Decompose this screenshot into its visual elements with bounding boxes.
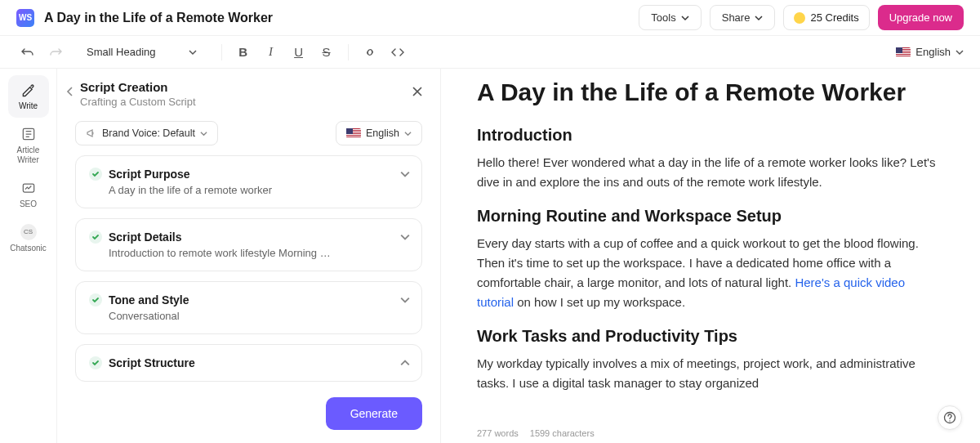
bold-icon: B <box>238 45 247 59</box>
rail-chatsonic[interactable]: CS Chatsonic <box>8 217 49 260</box>
card-script-structure[interactable]: Script Structure <box>75 344 422 382</box>
check-icon <box>89 168 102 181</box>
code-button[interactable] <box>386 41 409 64</box>
doc-h2-morning: Morning Routine and Workspace Setup <box>477 207 944 226</box>
card-title: Tone and Style <box>109 293 189 307</box>
redo-button[interactable] <box>44 41 67 64</box>
check-icon <box>89 293 102 307</box>
code-icon <box>391 46 404 59</box>
chevron-down-icon <box>400 232 410 242</box>
check-icon <box>89 356 102 369</box>
panel-title: Script Creation <box>80 80 421 94</box>
bold-button[interactable]: B <box>232 41 255 64</box>
doc-morning-text2: on how I set up my workspace. <box>514 295 685 309</box>
chatsonic-icon: CS <box>20 224 37 240</box>
italic-button[interactable]: I <box>260 41 283 64</box>
editor-language-label: English <box>915 46 951 58</box>
tools-label: Tools <box>651 11 675 24</box>
rail-chatsonic-label: Chatsonic <box>10 244 46 253</box>
undo-button[interactable] <box>16 41 39 64</box>
app-logo[interactable]: WS <box>16 9 34 27</box>
rail-article[interactable]: Article Writer <box>8 119 49 172</box>
panel-language-select[interactable]: English <box>336 121 422 145</box>
card-script-purpose[interactable]: Script Purpose A day in the life of a re… <box>75 155 422 208</box>
card-subtitle: Introduction to remote work lifestyle Mo… <box>109 247 408 259</box>
share-label: Share <box>722 11 751 24</box>
chevron-down-icon <box>681 14 689 22</box>
separator <box>221 44 222 60</box>
brand-voice-label: Brand Voice: Default <box>102 128 195 139</box>
rail-seo-label: SEO <box>20 199 37 209</box>
chevron-down-icon <box>755 14 763 22</box>
link-icon <box>363 46 376 59</box>
panel-language-label: English <box>366 128 399 139</box>
back-button[interactable] <box>62 83 78 100</box>
share-button[interactable]: Share <box>710 5 776 30</box>
card-subtitle: Conversational <box>109 310 408 322</box>
generate-button[interactable]: Generate <box>326 397 422 430</box>
word-count: 277 words <box>477 428 519 438</box>
editor-language-select[interactable]: English <box>896 46 964 58</box>
close-icon <box>412 86 423 97</box>
credits-icon <box>794 12 805 24</box>
chevron-left-icon <box>65 86 76 97</box>
link-button[interactable] <box>359 41 381 64</box>
heading-label: Small Heading <box>87 46 156 58</box>
tools-button[interactable]: Tools <box>639 5 701 30</box>
help-button[interactable] <box>938 405 962 430</box>
underline-button[interactable]: U <box>287 41 310 64</box>
chevron-up-icon <box>400 358 410 368</box>
card-title: Script Structure <box>109 356 195 369</box>
brand-voice-select[interactable]: Brand Voice: Default <box>75 121 218 145</box>
help-icon <box>943 411 956 424</box>
underline-icon: U <box>294 45 303 59</box>
article-icon <box>20 126 37 142</box>
italic-icon: I <box>269 45 273 59</box>
separator <box>348 44 349 60</box>
doc-h2-intro: Introduction <box>477 126 944 145</box>
card-title: Script Purpose <box>109 168 190 181</box>
undo-icon <box>21 46 34 59</box>
write-icon <box>20 82 37 98</box>
chevron-down-icon <box>400 169 410 179</box>
redo-icon <box>49 46 62 59</box>
credits-text: 25 Credits <box>810 11 858 24</box>
doc-work-p: My workday typically involves a mix of m… <box>477 354 944 393</box>
strike-icon: S <box>323 45 331 59</box>
rail-seo[interactable]: SEO <box>8 173 49 216</box>
strike-button[interactable]: S <box>315 41 338 64</box>
card-tone-and-style[interactable]: Tone and Style Conversational <box>75 281 422 334</box>
chevron-down-icon <box>189 48 197 56</box>
doc-intro-p: Hello there! Ever wondered what a day in… <box>477 153 944 192</box>
card-subtitle: A day in the life of a remote worker <box>109 184 408 196</box>
rail-write-label: Write <box>19 101 38 111</box>
card-title: Script Details <box>109 230 181 244</box>
doc-h1: A Day in the Life of a Remote Worker <box>477 77 944 108</box>
check-icon <box>89 230 102 244</box>
us-flag-icon <box>896 47 911 57</box>
doc-title: A Day in the Life of a Remote Worker <box>44 11 273 25</box>
card-script-details[interactable]: Script Details Introduction to remote wo… <box>75 218 422 271</box>
char-count: 1599 characters <box>530 428 595 438</box>
close-panel-button[interactable] <box>409 83 425 100</box>
chevron-down-icon <box>400 295 410 305</box>
heading-select[interactable]: Small Heading <box>78 42 205 62</box>
rail-article-label: Article Writer <box>8 145 49 165</box>
doc-morning-p: Every day starts with a cup of coffee an… <box>477 234 944 312</box>
chevron-down-icon <box>200 130 207 137</box>
rail-write[interactable]: Write <box>8 75 49 118</box>
us-flag-icon <box>346 128 361 138</box>
upgrade-button[interactable]: Upgrade now <box>878 5 964 30</box>
chevron-down-icon <box>956 48 964 56</box>
panel-subtitle: Crafting a Custom Script <box>80 96 421 108</box>
doc-h2-work: Work Tasks and Productivity Tips <box>477 327 944 346</box>
megaphone-icon <box>86 128 97 139</box>
chevron-down-icon <box>404 130 412 137</box>
credits-pill[interactable]: 25 Credits <box>783 5 869 30</box>
seo-icon <box>20 180 37 196</box>
